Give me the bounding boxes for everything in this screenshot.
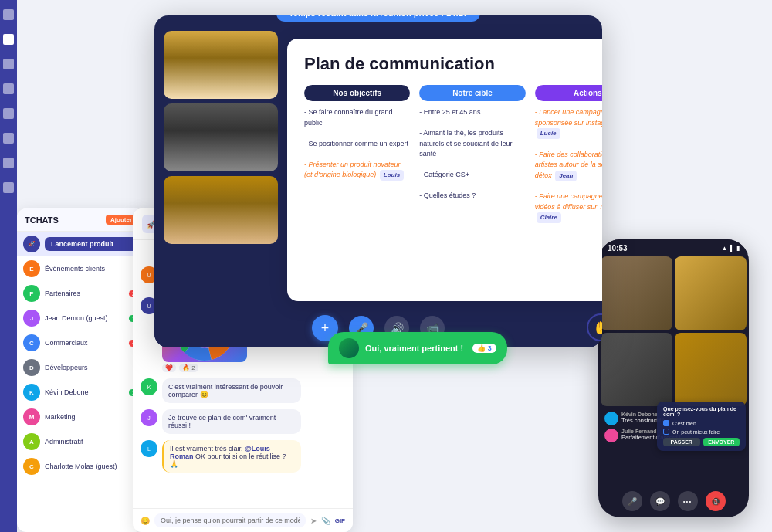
sidebar-icon-7[interactable] xyxy=(3,158,14,168)
chat-avatar-marketing: M xyxy=(23,408,40,425)
phone-more-button[interactable]: ••• xyxy=(678,491,698,511)
chat-list-item-commerciaux[interactable]: C Commerciaux 4 xyxy=(17,330,144,355)
phone-msg-avatar-1 xyxy=(604,412,618,425)
chat-list-item-admin[interactable]: A Administratif xyxy=(17,429,144,454)
whiteboard-title: Plan de communication xyxy=(304,54,602,74)
gif-icon[interactable]: GIF xyxy=(335,517,345,524)
wb-col3-content: - Lancer une campagne sponsorisée sur In… xyxy=(535,107,602,223)
poll-send-button[interactable]: ENVOYER xyxy=(703,438,740,446)
chat-input-bar: 😊 ➤ 📎 GIF xyxy=(133,508,353,532)
chat-avatar-charlotte: C xyxy=(23,458,40,475)
phone-hangup-button[interactable]: 📵 xyxy=(706,491,726,511)
message-row-5: L Il est vraiment très clair. @Louis Rom… xyxy=(141,440,345,473)
bubble-avatar xyxy=(339,338,359,358)
chat-item-name-kevin: Kévin Debone xyxy=(45,388,124,396)
meeting-panel: Temps restant dans la réunion privée : 1… xyxy=(154,15,602,347)
mobile-phone: 10:53 ▲ ▌ ▮ Kévin Debone Très constructi… xyxy=(598,239,749,517)
poll-skip-button[interactable]: PASSER xyxy=(663,438,700,446)
emoji-icon[interactable]: 😊 xyxy=(141,517,150,525)
sidebar-icon-2[interactable] xyxy=(3,34,14,45)
poll-option-2[interactable]: On peut mieux faire xyxy=(663,429,740,435)
timer-badge: Temps restant dans la réunion privée : 1… xyxy=(276,15,480,22)
chat-avatar-events: E xyxy=(23,260,40,277)
poll-checkbox-2[interactable] xyxy=(663,429,669,435)
message-row-3: K C'est vraiment intéressant de pouvoir … xyxy=(141,378,345,403)
video-thumb-1 xyxy=(164,31,278,99)
wb-col-actions: Actions - Lancer une campagne sponsorisé… xyxy=(535,85,602,223)
whiteboard: Plan de communication Nos objectifs - Se… xyxy=(287,39,602,301)
sidebar-icon-8[interactable] xyxy=(3,182,14,193)
phone-video-cell-2 xyxy=(675,256,747,330)
chat-list-item-partenaires[interactable]: P Partenaires 2 xyxy=(17,281,144,306)
chat-item-name-admin: Administratif xyxy=(45,438,138,446)
phone-status-bar: 10:53 ▲ ▌ ▮ xyxy=(598,239,749,254)
phone-video-cell-3 xyxy=(601,333,672,407)
phone-controls: 🎤 💬 ••• 📵 xyxy=(598,491,749,511)
phone-time: 10:53 xyxy=(608,244,628,252)
sidebar-icon-1[interactable] xyxy=(3,9,14,20)
chat-avatar-kevin: K xyxy=(23,384,40,401)
wb-col-target: Notre cible - Entre 25 et 45 ans - Aiman… xyxy=(419,85,525,223)
wb-col2-content: - Entre 25 et 45 ans - Aimant le thé, le… xyxy=(419,107,525,202)
poll-option-text-2: On peut mieux faire xyxy=(672,429,720,435)
chat-list-item-dev[interactable]: D Développeurs xyxy=(17,355,144,380)
chat-item-name-commerciaux: Commerciaux xyxy=(45,339,124,347)
battery-icon: ▮ xyxy=(736,245,740,252)
phone-video-grid xyxy=(598,254,749,408)
chat-panel: TCHATS Ajouter 🚀 Lancement produit E Évé… xyxy=(17,208,144,532)
signal-icon: ▌ xyxy=(730,245,734,252)
floating-chat-bubble: Oui, vraiment pertinent ! 👍 3 xyxy=(328,332,507,364)
raise-hand-button[interactable]: ✋ xyxy=(587,313,602,341)
bubble-like: 👍 3 xyxy=(472,344,496,353)
video-thumb-3 xyxy=(164,176,278,244)
wb-col1-header: Nos objectifs xyxy=(304,85,410,101)
phone-mic-button[interactable]: 🎤 xyxy=(622,491,642,511)
chat-avatar-jean: J xyxy=(23,310,40,327)
chat-list-item-events[interactable]: E Événements clients xyxy=(17,256,144,281)
sidebar xyxy=(0,0,17,532)
poll-buttons: PASSER ENVOYER xyxy=(663,438,740,446)
chat-avatar-dev: D xyxy=(23,359,40,376)
poll-title: Que pensez-vous du plan de com' ? xyxy=(663,406,740,417)
chat-list-item-marketing[interactable]: M Marketing xyxy=(17,405,144,429)
chat-list-item-charlotte[interactable]: C Charlotte Molas (guest) xyxy=(17,454,144,479)
sidebar-icon-6[interactable] xyxy=(3,133,14,144)
phone-chat-button[interactable]: 💬 xyxy=(650,491,670,511)
poll-checkbox-1[interactable] xyxy=(663,420,669,426)
msg-reactions: ❤️🔥 2 xyxy=(162,364,247,372)
chat-avatar-partenaires: P xyxy=(23,285,40,302)
sidebar-icon-5[interactable] xyxy=(3,108,14,119)
phone-poll: Que pensez-vous du plan de com' ? C'est … xyxy=(657,402,746,451)
chat-item-name-charlotte: Charlotte Molas (guest) xyxy=(45,463,138,470)
chat-list-item-kevin[interactable]: K Kévin Debone 1 xyxy=(17,380,144,405)
chat-input[interactable] xyxy=(154,513,306,527)
chat-avatar-commerciaux: C xyxy=(23,334,40,351)
chat-item-name-marketing: Marketing xyxy=(45,413,138,421)
chat-item-name-partenaires: Partenaires xyxy=(45,290,124,297)
phone-video-cell-1 xyxy=(601,256,672,330)
chat-list-item-jean[interactable]: J Jean Demon (guest) 1 xyxy=(17,306,144,330)
video-grid xyxy=(164,31,278,244)
wb-col3-header: Actions xyxy=(535,85,602,101)
poll-option-1[interactable]: C'est bien xyxy=(663,420,740,426)
chat-panel-header: TCHATS Ajouter xyxy=(17,208,144,232)
attachment-icon[interactable]: 📎 xyxy=(321,517,330,525)
whiteboard-columns: Nos objectifs - Se faire connaître du gr… xyxy=(304,85,602,223)
sidebar-icon-4[interactable] xyxy=(3,83,14,94)
msg-avatar-3: K xyxy=(141,378,157,395)
msg-bubble-4: Je trouve ce plan de com' vraiment réuss… xyxy=(162,409,301,434)
chat-item-name-dev: Développeurs xyxy=(45,364,138,371)
chat-avatar-admin: A xyxy=(23,433,40,450)
add-chat-button[interactable]: Ajouter xyxy=(106,215,137,225)
wb-col2-header: Notre cible xyxy=(419,85,525,101)
phone-msg-avatar-2 xyxy=(604,429,618,442)
chat-avatar-lancement: 🚀 xyxy=(23,236,40,252)
msg-bubble-5: Il est vraiment très clair. @Louis Roman… xyxy=(162,440,301,473)
sidebar-icon-3[interactable] xyxy=(3,59,14,69)
send-icon[interactable]: ➤ xyxy=(310,517,317,525)
wifi-icon: ▲ xyxy=(721,245,727,252)
video-thumb-2 xyxy=(164,103,278,171)
wb-col1-content: - Se faire connaître du grand public - S… xyxy=(304,107,410,181)
chat-list-item-active[interactable]: 🚀 Lancement produit xyxy=(17,232,144,256)
chat-panel-title: TCHATS xyxy=(25,215,59,225)
